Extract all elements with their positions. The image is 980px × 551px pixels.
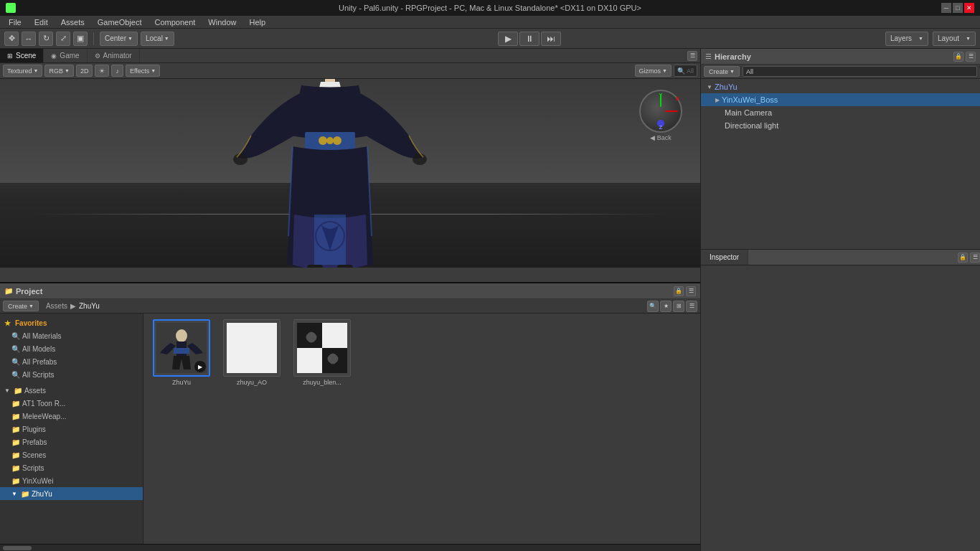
assets-header[interactable]: ▼ 📁 Assets: [0, 384, 143, 397]
2d-button[interactable]: 2D: [76, 65, 93, 77]
hierarchy-lock[interactable]: 🔒: [953, 52, 963, 62]
hierarchy-item-zhuyu[interactable]: ▼ ZhuYu: [701, 80, 980, 93]
window-title: Unity - Pal6.unity - RPGProject - PC, Ma…: [339, 4, 641, 12]
scene-panel-menu[interactable]: ☰: [687, 51, 697, 61]
project-panel: 📁 Project 🔒 ☰ Create ▼ Assets: [0, 283, 700, 544]
right-panel: ☰ Hierarchy 🔒 ☰ Create ▼: [700, 49, 980, 551]
menu-help[interactable]: Help: [243, 17, 271, 27]
effects-button[interactable]: Effects ▼: [126, 65, 160, 77]
tree-scenes[interactable]: 📁 Scenes: [0, 448, 143, 461]
maximize-button[interactable]: □: [953, 3, 963, 13]
hierarchy-header-actions: 🔒 ☰: [953, 52, 976, 62]
title-bar: Unity - Pal6.unity - RPGProject - PC, Ma…: [0, 0, 980, 16]
hierarchy-header: ☰ Hierarchy 🔒 ☰: [701, 49, 980, 65]
project-panel-menu[interactable]: ☰: [686, 286, 696, 296]
hierarchy-item-dirlight[interactable]: Directional light: [701, 119, 980, 132]
asset-zhuyu[interactable]: ▶ ZhuYu: [149, 319, 214, 386]
project-star-btn[interactable]: ★: [660, 301, 672, 312]
asset-play-button[interactable]: ▶: [194, 361, 206, 372]
shading-mode-button[interactable]: Textured ▼: [3, 65, 42, 77]
lighting-button[interactable]: ☀: [95, 65, 109, 77]
project-toolbar: Create ▼ Assets ▶ ZhuYu 🔍 ★ ⊞ ☰: [0, 299, 700, 314]
hierarchy-create-button[interactable]: Create ▼: [704, 66, 740, 77]
tree-scripts[interactable]: 📁 Scripts: [0, 461, 143, 474]
menu-edit[interactable]: Edit: [29, 17, 54, 27]
folder-icon: 📁: [11, 477, 20, 485]
gizmo-back-button[interactable]: ◀ Back: [632, 134, 689, 141]
tree-melee-weap[interactable]: 📁 MeleeWeap...: [0, 410, 143, 423]
svg-rect-24: [174, 348, 189, 354]
main-toolbar: ✥ ↔ ↻ ⤢ ▣ Center ▼ Local ▼ ▶ ⏸ ⏭ Layers …: [0, 29, 980, 49]
tab-animator[interactable]: ⚙ Animator: [88, 49, 140, 62]
hand-tool[interactable]: ✥: [4, 32, 19, 46]
move-tool[interactable]: ↔: [22, 32, 36, 46]
svg-point-12: [333, 136, 341, 145]
play-controls: ▶ ⏸ ⏭: [498, 32, 561, 46]
tab-scene[interactable]: ⊞ Scene: [0, 49, 44, 62]
asset-zhuyu-blend[interactable]: zhuyu_blen...: [290, 319, 354, 386]
layers-dropdown[interactable]: Layers: [885, 32, 928, 46]
layout-dropdown[interactable]: Layout: [933, 32, 976, 46]
window-controls: ─ □ ✕: [941, 3, 974, 13]
close-button[interactable]: ✕: [964, 3, 974, 13]
step-button[interactable]: ⏭: [541, 32, 561, 46]
menu-window[interactable]: Window: [202, 17, 242, 27]
folder-icon: 📁: [11, 413, 20, 420]
minimize-button[interactable]: ─: [941, 3, 951, 13]
tree-prefabs[interactable]: 📁 Prefabs: [0, 435, 143, 448]
rgb-mode-button[interactable]: RGB ▼: [44, 65, 73, 77]
project-scrollbar[interactable]: [0, 544, 700, 551]
scrollbar-thumb[interactable]: [3, 546, 32, 550]
tab-inspector[interactable]: Inspector: [701, 250, 748, 265]
project-panel-lock[interactable]: 🔒: [674, 286, 684, 296]
tab-game[interactable]: ◉ Game: [44, 49, 87, 62]
inspector-menu-btn[interactable]: ☰: [970, 253, 980, 263]
menu-assets[interactable]: Assets: [55, 17, 90, 27]
inspector-lock-btn[interactable]: 🔒: [958, 253, 968, 263]
inspector-panel: Inspector 🔒 ☰: [701, 250, 980, 551]
svg-rect-26: [322, 323, 347, 348]
hierarchy-menu[interactable]: ☰: [966, 52, 976, 62]
rect-tool[interactable]: ▣: [73, 32, 88, 46]
gizmo-widget[interactable]: X Y Z ◀ Back: [632, 90, 689, 147]
pivot-local-button[interactable]: Local ▼: [141, 32, 174, 46]
project-grid-btn[interactable]: ⊞: [673, 301, 684, 312]
gizmo-y-label: Y: [659, 92, 662, 98]
menu-component[interactable]: Component: [149, 17, 201, 27]
hierarchy-item-yinxuwei[interactable]: ▶ YinXuWei_Boss: [701, 93, 980, 106]
hierarchy-item-maincamera[interactable]: Main Camera: [701, 106, 980, 119]
tree-plugins[interactable]: 📁 Plugins: [0, 423, 143, 435]
item-label-zhuyu: ZhuYu: [715, 83, 738, 91]
tree-all-scripts[interactable]: 🔍 All Scripts: [0, 368, 143, 381]
ao-texture-preview: [227, 323, 277, 373]
svg-point-16: [413, 154, 427, 165]
play-button[interactable]: ▶: [498, 32, 518, 46]
menu-gameobject[interactable]: GameObject: [92, 17, 148, 27]
tree-zhuyu[interactable]: ▼ 📁 ZhuYu: [0, 487, 143, 500]
asset-zhuyu-ao[interactable]: zhuyu_AO: [220, 319, 284, 386]
tree-all-materials[interactable]: 🔍 All Materials: [0, 329, 143, 342]
folder-icon: 📁: [11, 438, 20, 446]
project-menu-btn[interactable]: ☰: [686, 301, 697, 312]
audio-button[interactable]: ♪: [111, 65, 123, 77]
expand-icon: ▶: [715, 97, 720, 103]
project-create-button[interactable]: Create ▼: [3, 301, 39, 311]
item-label-yinxuwei: YinXuWei_Boss: [722, 95, 778, 104]
gizmos-button[interactable]: Gizmos ▼: [635, 65, 672, 77]
tree-at1-toon[interactable]: 📁 AT1 Toon R...: [0, 397, 143, 410]
pause-button[interactable]: ⏸: [519, 32, 540, 46]
tree-all-models[interactable]: 🔍 All Models: [0, 342, 143, 355]
menu-file[interactable]: File: [3, 17, 27, 27]
tree-all-prefabs[interactable]: 🔍 All Prefabs: [0, 355, 143, 368]
asset-thumb-ao: [223, 319, 281, 377]
hierarchy-toolbar: Create ▼: [701, 65, 980, 79]
pivot-center-button[interactable]: Center ▼: [100, 32, 138, 46]
character-container: [230, 79, 430, 268]
project-search-btn[interactable]: 🔍: [647, 301, 659, 312]
3d-viewport[interactable]: X Y Z ◀ Back: [0, 79, 700, 268]
rotate-tool[interactable]: ↻: [39, 32, 53, 46]
scale-tool[interactable]: ⤢: [56, 32, 70, 46]
hierarchy-search[interactable]: [743, 66, 977, 77]
tree-yinxuwei[interactable]: 📁 YinXuWei: [0, 474, 143, 487]
content-area: ⊞ Scene ◉ Game ⚙ Animator ☰: [0, 49, 980, 551]
